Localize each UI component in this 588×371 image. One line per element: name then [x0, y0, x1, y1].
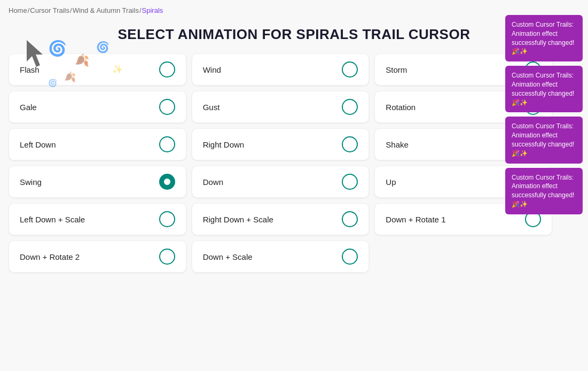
option-label-left-down: Left Down	[20, 140, 56, 149]
radio-down[interactable]	[342, 174, 358, 190]
option-label-gust: Gust	[203, 103, 220, 112]
option-label-up: Up	[386, 177, 396, 187]
option-card-left-down-scale[interactable]: Left Down + Scale	[9, 203, 186, 235]
breadcrumb-sep-2: /	[70, 6, 72, 14]
radio-right-down[interactable]	[342, 136, 358, 152]
option-card-down[interactable]: Down	[192, 166, 370, 198]
option-label-storm: Storm	[386, 65, 407, 74]
svg-text:🌀: 🌀	[96, 41, 109, 53]
breadcrumb-spirals[interactable]: Spirals	[142, 6, 163, 14]
radio-gust[interactable]	[342, 99, 358, 115]
svg-text:✨: ✨	[112, 64, 123, 74]
option-label-left-down-scale: Left Down + Scale	[20, 215, 85, 224]
option-card-wind[interactable]: Wind	[192, 53, 370, 86]
option-label-swing: Swing	[20, 177, 42, 187]
toast-3: Custom Cursor Trails: Animation effect s…	[505, 168, 583, 214]
svg-text:🍂: 🍂	[75, 53, 90, 67]
option-card-left-down[interactable]: Left Down	[9, 128, 186, 160]
option-card-down-rotate-2[interactable]: Down + Rotate 2	[9, 241, 186, 273]
radio-swing[interactable]	[159, 174, 175, 190]
option-label-down: Down	[203, 177, 223, 187]
option-label-right-down: Right Down	[203, 140, 245, 149]
radio-gale[interactable]	[159, 99, 175, 115]
radio-down-scale[interactable]	[342, 249, 358, 265]
breadcrumb-sep-1: /	[28, 6, 30, 14]
option-label-down-rotate-1: Down + Rotate 1	[386, 215, 445, 224]
option-label-right-down-scale: Right Down + Scale	[203, 215, 273, 224]
svg-text:🍂: 🍂	[64, 71, 76, 83]
breadcrumb-sep-3: /	[139, 6, 142, 14]
svg-marker-0	[27, 40, 43, 67]
option-label-gale: Gale	[20, 103, 37, 112]
radio-wind[interactable]	[342, 61, 358, 78]
option-label-rotation: Rotation	[386, 103, 415, 112]
option-label-down-rotate-2: Down + Rotate 2	[20, 252, 80, 261]
breadcrumb-home[interactable]: Home	[9, 6, 27, 14]
breadcrumb: Home / Cursor Trails / Wind & Autumn Tra…	[0, 0, 588, 21]
toast-1: Custom Cursor Trails: Animation effect s…	[505, 66, 583, 112]
option-card-gust[interactable]: Gust	[192, 91, 370, 123]
svg-text:🌀: 🌀	[48, 40, 67, 57]
cursor-decoration: 🌀 🍂 🌀 🍂 ✨ 🌀	[21, 32, 139, 98]
breadcrumb-cursor-trails[interactable]: Cursor Trails	[30, 6, 69, 14]
breadcrumb-wind-autumn[interactable]: Wind & Autumn Trails	[73, 6, 139, 14]
radio-flash[interactable]	[159, 61, 175, 78]
radio-left-down[interactable]	[159, 136, 175, 152]
radio-left-down-scale[interactable]	[159, 211, 175, 227]
svg-text:🌀: 🌀	[48, 79, 58, 88]
option-card-down-scale[interactable]: Down + Scale	[192, 241, 370, 273]
radio-down-rotate-2[interactable]	[159, 249, 175, 265]
toast-0: Custom Cursor Trails: Animation effect s…	[505, 15, 583, 61]
toast-container: Custom Cursor Trails: Animation effect s…	[505, 15, 583, 214]
option-label-wind: Wind	[203, 65, 221, 74]
toast-2: Custom Cursor Trails: Animation effect s…	[505, 117, 583, 163]
option-label-down-scale: Down + Scale	[203, 252, 253, 261]
option-card-right-down[interactable]: Right Down	[192, 128, 370, 160]
option-card-swing[interactable]: Swing	[9, 166, 186, 198]
option-label-shake: Shake	[386, 140, 409, 149]
option-card-right-down-scale[interactable]: Right Down + Scale	[192, 203, 370, 235]
radio-right-down-scale[interactable]	[342, 211, 358, 227]
